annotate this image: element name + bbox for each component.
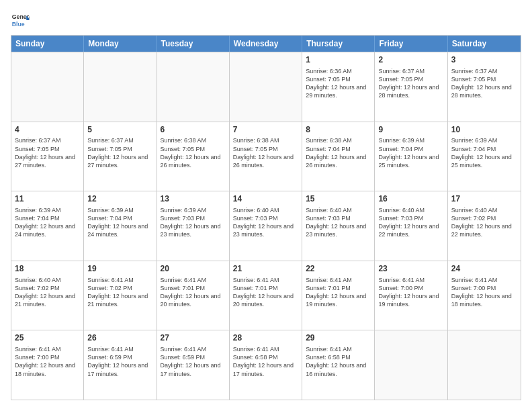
calendar-cell <box>230 52 302 122</box>
day-number: 21 <box>233 263 298 275</box>
calendar-row-1: 1Sunrise: 6:36 AMSunset: 7:05 PMDaylight… <box>11 52 521 122</box>
weekday-header-monday: Monday <box>84 36 157 52</box>
day-number: 15 <box>306 193 371 205</box>
weekday-header-sunday: Sunday <box>11 36 84 52</box>
logo: General Blue <box>11 11 32 30</box>
calendar-cell: 20Sunrise: 6:41 AMSunset: 7:01 PMDayligh… <box>157 261 230 330</box>
day-number: 13 <box>161 193 226 205</box>
calendar-cell: 11Sunrise: 6:39 AMSunset: 7:04 PMDayligh… <box>11 191 84 261</box>
day-info: Sunrise: 6:41 AMSunset: 6:58 PMDaylight:… <box>233 345 298 378</box>
calendar-cell <box>11 52 84 122</box>
day-number: 1 <box>306 54 371 66</box>
day-number: 12 <box>87 193 152 205</box>
calendar-cell <box>448 330 521 400</box>
calendar-cell: 23Sunrise: 6:41 AMSunset: 7:00 PMDayligh… <box>375 261 447 330</box>
calendar-cell: 25Sunrise: 6:41 AMSunset: 7:00 PMDayligh… <box>11 330 84 400</box>
calendar-cell: 17Sunrise: 6:40 AMSunset: 7:02 PMDayligh… <box>448 191 521 261</box>
header: General Blue <box>11 11 521 30</box>
day-number: 25 <box>15 332 80 344</box>
day-info: Sunrise: 6:41 AMSunset: 6:59 PMDaylight:… <box>161 345 226 378</box>
calendar-cell: 10Sunrise: 6:39 AMSunset: 7:04 PMDayligh… <box>448 122 521 191</box>
calendar-cell: 7Sunrise: 6:38 AMSunset: 7:05 PMDaylight… <box>230 122 302 191</box>
day-number: 14 <box>233 193 298 205</box>
day-info: Sunrise: 6:38 AMSunset: 7:05 PMDaylight:… <box>161 136 226 169</box>
day-number: 11 <box>15 193 80 205</box>
calendar-cell: 4Sunrise: 6:37 AMSunset: 7:05 PMDaylight… <box>11 122 84 191</box>
day-info: Sunrise: 6:39 AMSunset: 7:04 PMDaylight:… <box>87 206 152 239</box>
day-info: Sunrise: 6:40 AMSunset: 7:03 PMDaylight:… <box>378 206 443 239</box>
day-info: Sunrise: 6:40 AMSunset: 7:03 PMDaylight:… <box>306 206 371 239</box>
calendar-cell: 6Sunrise: 6:38 AMSunset: 7:05 PMDaylight… <box>157 122 230 191</box>
day-number: 7 <box>233 124 298 136</box>
calendar-cell: 13Sunrise: 6:39 AMSunset: 7:03 PMDayligh… <box>157 191 230 261</box>
day-info: Sunrise: 6:36 AMSunset: 7:05 PMDaylight:… <box>306 67 371 100</box>
day-info: Sunrise: 6:41 AMSunset: 7:01 PMDaylight:… <box>161 276 226 309</box>
calendar-cell: 5Sunrise: 6:37 AMSunset: 7:05 PMDaylight… <box>84 122 157 191</box>
day-number: 10 <box>451 124 517 136</box>
day-number: 19 <box>87 263 152 275</box>
calendar-header: SundayMondayTuesdayWednesdayThursdayFrid… <box>11 36 521 52</box>
day-info: Sunrise: 6:39 AMSunset: 7:04 PMDaylight:… <box>15 206 80 239</box>
day-info: Sunrise: 6:41 AMSunset: 7:02 PMDaylight:… <box>87 276 152 309</box>
day-number: 16 <box>378 193 443 205</box>
day-info: Sunrise: 6:39 AMSunset: 7:03 PMDaylight:… <box>161 206 226 239</box>
calendar-cell: 26Sunrise: 6:41 AMSunset: 6:59 PMDayligh… <box>84 330 157 400</box>
day-number: 17 <box>451 193 517 205</box>
day-number: 6 <box>161 124 226 136</box>
calendar-cell <box>84 52 157 122</box>
day-info: Sunrise: 6:39 AMSunset: 7:04 PMDaylight:… <box>451 136 517 169</box>
day-info: Sunrise: 6:37 AMSunset: 7:05 PMDaylight:… <box>378 67 443 100</box>
day-number: 8 <box>306 124 371 136</box>
calendar-cell: 18Sunrise: 6:40 AMSunset: 7:02 PMDayligh… <box>11 261 84 330</box>
calendar-cell: 24Sunrise: 6:41 AMSunset: 7:00 PMDayligh… <box>448 261 521 330</box>
calendar-body: 1Sunrise: 6:36 AMSunset: 7:05 PMDaylight… <box>11 52 521 400</box>
day-number: 26 <box>87 332 152 344</box>
calendar-cell: 21Sunrise: 6:41 AMSunset: 7:01 PMDayligh… <box>230 261 302 330</box>
day-info: Sunrise: 6:41 AMSunset: 7:00 PMDaylight:… <box>15 345 80 378</box>
calendar-cell: 1Sunrise: 6:36 AMSunset: 7:05 PMDaylight… <box>302 52 375 122</box>
weekday-header-saturday: Saturday <box>448 36 521 52</box>
calendar: SundayMondayTuesdayWednesdayThursdayFrid… <box>11 35 521 400</box>
day-number: 20 <box>161 263 226 275</box>
day-number: 27 <box>161 332 226 344</box>
day-info: Sunrise: 6:40 AMSunset: 7:02 PMDaylight:… <box>15 276 80 309</box>
day-info: Sunrise: 6:41 AMSunset: 7:01 PMDaylight:… <box>233 276 298 309</box>
calendar-row-3: 11Sunrise: 6:39 AMSunset: 7:04 PMDayligh… <box>11 191 521 261</box>
day-number: 22 <box>306 263 371 275</box>
page: General Blue SundayMondayTuesdayWednesda… <box>0 0 532 411</box>
day-info: Sunrise: 6:37 AMSunset: 7:05 PMDaylight:… <box>451 67 517 100</box>
calendar-cell: 19Sunrise: 6:41 AMSunset: 7:02 PMDayligh… <box>84 261 157 330</box>
calendar-cell: 16Sunrise: 6:40 AMSunset: 7:03 PMDayligh… <box>375 191 447 261</box>
calendar-row-2: 4Sunrise: 6:37 AMSunset: 7:05 PMDaylight… <box>11 122 521 191</box>
day-info: Sunrise: 6:38 AMSunset: 7:05 PMDaylight:… <box>233 136 298 169</box>
calendar-cell: 2Sunrise: 6:37 AMSunset: 7:05 PMDaylight… <box>375 52 447 122</box>
calendar-cell: 27Sunrise: 6:41 AMSunset: 6:59 PMDayligh… <box>157 330 230 400</box>
calendar-cell: 9Sunrise: 6:39 AMSunset: 7:04 PMDaylight… <box>375 122 447 191</box>
day-number: 3 <box>451 54 517 66</box>
calendar-cell: 3Sunrise: 6:37 AMSunset: 7:05 PMDaylight… <box>448 52 521 122</box>
day-number: 5 <box>87 124 152 136</box>
calendar-cell: 29Sunrise: 6:41 AMSunset: 6:58 PMDayligh… <box>302 330 375 400</box>
day-info: Sunrise: 6:39 AMSunset: 7:04 PMDaylight:… <box>378 136 443 169</box>
calendar-cell <box>157 52 230 122</box>
day-number: 23 <box>378 263 443 275</box>
day-number: 4 <box>15 124 80 136</box>
day-number: 29 <box>306 332 371 344</box>
day-number: 2 <box>378 54 443 66</box>
calendar-cell: 28Sunrise: 6:41 AMSunset: 6:58 PMDayligh… <box>230 330 302 400</box>
calendar-cell: 22Sunrise: 6:41 AMSunset: 7:01 PMDayligh… <box>302 261 375 330</box>
svg-text:Blue: Blue <box>12 21 25 28</box>
day-number: 28 <box>233 332 298 344</box>
calendar-cell: 12Sunrise: 6:39 AMSunset: 7:04 PMDayligh… <box>84 191 157 261</box>
weekday-header-tuesday: Tuesday <box>157 36 230 52</box>
day-number: 9 <box>378 124 443 136</box>
day-info: Sunrise: 6:37 AMSunset: 7:05 PMDaylight:… <box>15 136 80 169</box>
calendar-cell: 8Sunrise: 6:38 AMSunset: 7:04 PMDaylight… <box>302 122 375 191</box>
day-info: Sunrise: 6:41 AMSunset: 7:00 PMDaylight:… <box>378 276 443 309</box>
weekday-header-thursday: Thursday <box>302 36 375 52</box>
day-info: Sunrise: 6:41 AMSunset: 6:58 PMDaylight:… <box>306 345 371 378</box>
day-info: Sunrise: 6:40 AMSunset: 7:03 PMDaylight:… <box>233 206 298 239</box>
weekday-header-friday: Friday <box>375 36 447 52</box>
calendar-cell <box>375 330 447 400</box>
weekday-header-wednesday: Wednesday <box>230 36 302 52</box>
